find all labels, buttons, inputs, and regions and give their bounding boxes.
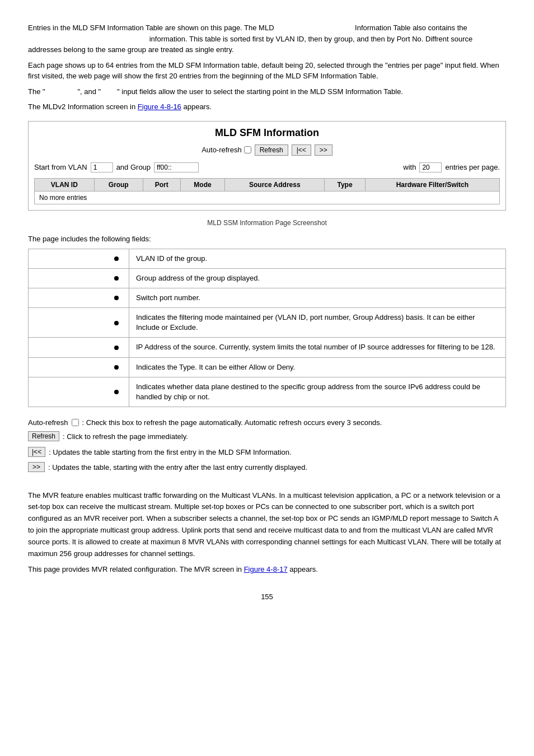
col-group: Group [94, 178, 143, 191]
field-bullet-7 [29, 377, 129, 407]
col-mode: Mode [180, 178, 224, 191]
start-vlan-input[interactable] [91, 162, 113, 172]
prev-button[interactable]: |<< [292, 144, 311, 156]
col-type: Type [325, 178, 365, 191]
mvr-section: The MVR feature enables multicast traffi… [28, 490, 506, 576]
field-desc-1: VLAN ID of the group. [129, 249, 506, 268]
next-button[interactable]: >> [315, 144, 332, 156]
field-bullet-4 [29, 308, 129, 338]
table-row: Group address of the group displayed. [29, 268, 506, 288]
col-hardware-filter: Hardware Filter/Switch [365, 178, 499, 191]
mld-table: VLAN ID Group Port Mode Source Address T… [34, 178, 500, 192]
field-bullet-6 [29, 357, 129, 377]
auto-refresh-checkbox[interactable] [244, 146, 251, 153]
controls-section: Auto-refresh : Check this box to refresh… [28, 418, 506, 473]
field-bullet-1 [29, 249, 129, 268]
intro-para2: Each page shows up to 64 entries from th… [28, 60, 506, 82]
auto-refresh-checkbox-desc[interactable] [72, 419, 79, 426]
figure-link-4-8-17[interactable]: Figure 4-8-17 [244, 565, 288, 573]
entries-per-page-label: entries per page. [445, 163, 500, 171]
page-includes-text: The page includes the following fields: [28, 235, 506, 243]
field-bullet-3 [29, 288, 129, 307]
table-row: IP Address of the source. Currently, sys… [29, 338, 506, 357]
prev-desc-text: : Updates the table starting from the fi… [49, 447, 292, 458]
field-bullet-5 [29, 338, 129, 357]
intro-section: Entries in the MLD SFM Information Table… [28, 22, 506, 113]
prev-button-desc[interactable]: |<< [28, 447, 45, 457]
intro-para1: Entries in the MLD SFM Information Table… [28, 22, 506, 55]
auto-refresh-text: Auto-refresh [202, 146, 242, 154]
start-from-label: Start from VLAN [34, 163, 87, 171]
next-button-desc[interactable]: >> [28, 462, 45, 472]
entries-input[interactable] [419, 162, 442, 172]
fields-table: VLAN ID of the group. Group address of t… [28, 249, 506, 408]
mvr-para: The MVR feature enables multicast traffi… [28, 490, 506, 560]
mvr-link-para: This page provides MVR related configura… [28, 564, 506, 576]
col-vlan-id: VLAN ID [35, 178, 95, 191]
mld-filter-row: Start from VLAN and Group with entries p… [34, 162, 500, 172]
table-row: Indicates the filtering mode maintained … [29, 308, 506, 338]
refresh-desc-text: : Click to refresh the page immediately. [63, 431, 188, 442]
mld-title: MLD SFM Information [34, 127, 500, 139]
mld-controls: Auto-refresh Refresh |<< >> [34, 144, 500, 156]
with-label: with [403, 163, 416, 171]
auto-refresh-desc-row: Auto-refresh : Check this box to refresh… [28, 418, 506, 427]
table-row: VLAN ID of the group. [29, 249, 506, 268]
mld-caption: MLD SSM Information Page Screenshot [28, 219, 506, 227]
prev-desc-row: |<< : Updates the table starting from th… [28, 447, 506, 458]
auto-refresh-label: Auto-refresh [202, 146, 251, 154]
field-bullet-2 [29, 268, 129, 288]
field-desc-7: Indicates whether data plane destined to… [129, 377, 506, 407]
mld-sfm-box: MLD SFM Information Auto-refresh Refresh… [28, 121, 506, 211]
next-desc-text: : Updates the table, starting with the e… [48, 462, 307, 473]
col-source-address: Source Address [225, 178, 325, 191]
col-port: Port [143, 178, 180, 191]
table-row: Indicates the Type. It can be either All… [29, 357, 506, 377]
table-row: Switch port number. [29, 288, 506, 307]
table-row: Indicates whether data plane destined to… [29, 377, 506, 407]
field-desc-6: Indicates the Type. It can be either All… [129, 357, 506, 377]
page-number: 155 [28, 592, 506, 601]
field-desc-5: IP Address of the source. Currently, sys… [129, 338, 506, 357]
table-header-row: VLAN ID Group Port Mode Source Address T… [35, 178, 500, 191]
field-desc-2: Group address of the group displayed. [129, 268, 506, 288]
field-desc-4: Indicates the filtering mode maintained … [129, 308, 506, 338]
refresh-desc-row: Refresh : Click to refresh the page imme… [28, 431, 506, 442]
refresh-button[interactable]: Refresh [255, 144, 288, 156]
refresh-button-desc[interactable]: Refresh [28, 431, 59, 441]
intro-para3: The " ", and " " input fields allow the … [28, 86, 506, 97]
group-input[interactable] [154, 162, 199, 172]
auto-refresh-desc-text: : Check this box to refresh the page aut… [82, 418, 382, 427]
and-group-label: and Group [116, 163, 151, 171]
next-desc-row: >> : Updates the table, starting with th… [28, 462, 506, 473]
intro-para4: The MLDv2 Information screen in Figure 4… [28, 101, 506, 113]
no-more-entries: No more entries [34, 192, 500, 204]
figure-link-4-8-16[interactable]: Figure 4-8-16 [138, 102, 181, 111]
field-desc-3: Switch port number. [129, 288, 506, 307]
auto-refresh-label-desc: Auto-refresh [28, 418, 68, 427]
